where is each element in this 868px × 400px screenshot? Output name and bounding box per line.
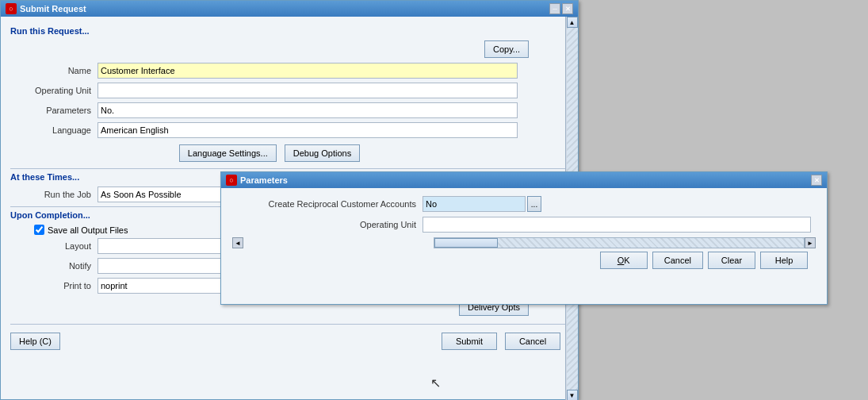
window-title: Submit Request (20, 4, 86, 13)
help-button[interactable]: Help (C) (10, 333, 60, 350)
horizontal-scroll-track (434, 237, 805, 248)
create-reciprocal-input-wrap: ... (423, 196, 541, 212)
name-input[interactable] (98, 63, 518, 79)
params-close-button[interactable]: ✕ (811, 175, 822, 186)
operating-unit-label: Operating Unit (10, 86, 98, 95)
scroll-right-button[interactable]: ► (805, 237, 816, 248)
titlebar-left: ○ Submit Request (6, 3, 86, 14)
titlebar-controls: ─ ✕ (549, 3, 573, 14)
parameters-input[interactable] (98, 102, 518, 118)
params-clear-button[interactable]: Clear (708, 252, 755, 269)
create-reciprocal-input[interactable] (423, 196, 526, 212)
params-help-button[interactable]: Help (760, 252, 808, 269)
create-reciprocal-row: Create Reciprocal Customer Accounts ... (232, 196, 816, 212)
language-input[interactable] (98, 122, 518, 138)
parameters-dialog: ○ Parameters ✕ Create Reciprocal Custome… (220, 171, 828, 305)
layout-label: Layout (10, 241, 98, 251)
parameters-label: Parameters (10, 106, 98, 115)
save-output-checkbox[interactable] (34, 225, 44, 235)
notify-label: Notify (10, 261, 98, 271)
close-button[interactable]: ✕ (562, 3, 573, 14)
scroll-down-arrow[interactable]: ▼ (567, 390, 578, 400)
params-button-row: OK Cancel Clear Help (232, 252, 816, 269)
params-title: Parameters (240, 175, 288, 185)
language-row: Language (10, 122, 568, 138)
parameters-row: Parameters (10, 102, 568, 118)
submit-button[interactable]: Submit (442, 333, 497, 350)
scroll-left-button[interactable]: ◄ (232, 237, 243, 248)
params-titlebar: ○ Parameters ✕ (221, 172, 827, 188)
submit-request-titlebar: ○ Submit Request ─ ✕ (1, 1, 578, 17)
params-titlebar-controls: ✕ (811, 175, 822, 186)
window-icon: ○ (6, 3, 17, 14)
create-reciprocal-label: Create Reciprocal Customer Accounts (232, 199, 423, 209)
operating-unit-input[interactable] (98, 83, 518, 98)
horizontal-scroll-thumb[interactable] (434, 238, 498, 248)
params-window-icon: ○ (226, 175, 237, 186)
operating-unit-row: Operating Unit (10, 83, 568, 98)
print-to-label: Print to (10, 281, 98, 290)
language-settings-button[interactable]: Language Settings... (179, 144, 277, 162)
horizontal-scroll-area: ◄ ► (232, 237, 816, 252)
params-content: Create Reciprocal Customer Accounts ... … (221, 188, 827, 277)
scroll-up-arrow[interactable]: ▲ (567, 17, 578, 28)
params-operating-unit-input[interactable] (423, 217, 811, 233)
params-operating-unit-label: Operating Unit (232, 220, 423, 229)
params-ok-button[interactable]: OK (600, 252, 648, 269)
run-job-label: Run the Job (10, 190, 98, 199)
ok-underline: OK (618, 256, 630, 265)
debug-options-button[interactable]: Debug Options (285, 144, 360, 162)
minimize-button[interactable]: ─ (549, 3, 560, 14)
run-section-label: Run this Request... (10, 26, 568, 36)
name-row: Name (10, 63, 568, 79)
name-label: Name (10, 66, 98, 75)
create-reciprocal-ellipsis[interactable]: ... (527, 196, 541, 212)
params-operating-unit-row: Operating Unit (232, 217, 816, 233)
cancel-button[interactable]: Cancel (505, 333, 560, 350)
save-output-label: Save all Output Files (48, 225, 128, 235)
language-label: Language (10, 125, 98, 135)
copy-button[interactable]: Copy... (484, 40, 529, 58)
params-cancel-button[interactable]: Cancel (652, 252, 703, 269)
params-titlebar-left: ○ Parameters (226, 175, 288, 186)
